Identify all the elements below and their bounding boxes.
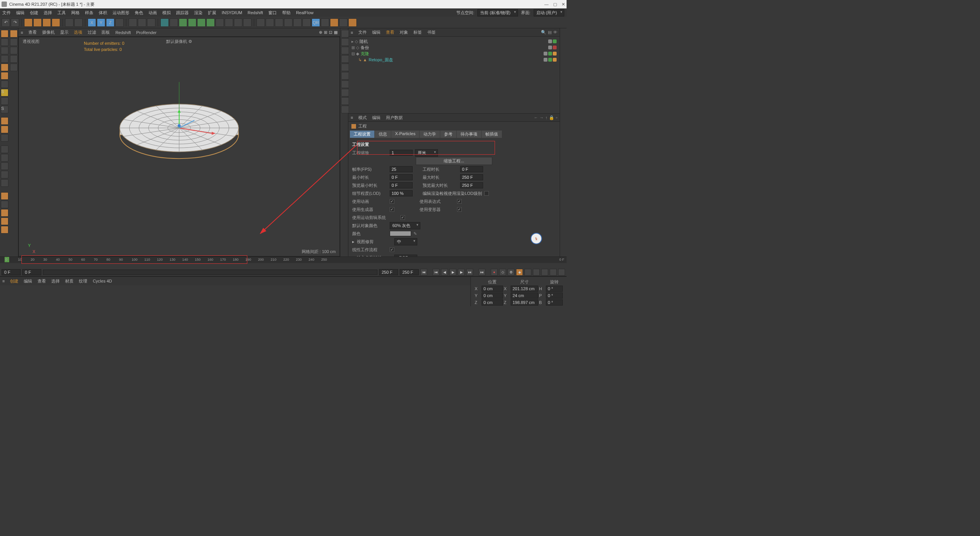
- input-min-time[interactable]: [390, 174, 413, 180]
- size-x[interactable]: [511, 286, 538, 292]
- goto-start-icon[interactable]: ⏮: [420, 269, 427, 276]
- tool-ex-7[interactable]: [321, 18, 329, 27]
- lt2-3[interactable]: [10, 47, 18, 54]
- timeline-scrollbar[interactable]: [43, 270, 377, 275]
- mat-tab-texture[interactable]: 纹理: [79, 278, 87, 284]
- generator-cloner-icon[interactable]: [206, 18, 215, 27]
- mat-tab-cycles[interactable]: Cycles 4D: [93, 279, 112, 283]
- snap-icon[interactable]: [1, 97, 8, 105]
- menu-mograph[interactable]: 运动图形: [113, 10, 129, 16]
- extra-tool-2[interactable]: [1, 154, 8, 162]
- attr-up-icon[interactable]: ↑: [546, 115, 548, 120]
- tool-ex-10[interactable]: [348, 18, 357, 27]
- attr-tab-info[interactable]: 信息: [375, 131, 391, 138]
- object-mode-icon[interactable]: [1, 47, 8, 54]
- check-use-gen[interactable]: ✓: [390, 207, 394, 212]
- key-pla-icon[interactable]: [558, 269, 565, 276]
- mat-tab-create[interactable]: 创建: [10, 278, 18, 284]
- tool-ex-5[interactable]: [293, 18, 302, 27]
- quick-render-icon[interactable]: QR: [312, 18, 320, 27]
- input-max-time[interactable]: [460, 174, 483, 180]
- dropdown-def-color[interactable]: 60% 灰色: [390, 222, 420, 229]
- rd-8[interactable]: [341, 89, 349, 96]
- attr-menu-mode[interactable]: 模式: [358, 115, 367, 121]
- vp-nav-icon-2[interactable]: ⊞: [324, 30, 327, 35]
- key-scale-icon[interactable]: [533, 269, 540, 276]
- vp-grip-icon[interactable]: ≡: [21, 30, 23, 35]
- vp-nav-icon-4[interactable]: ▦: [334, 30, 338, 35]
- rd-5[interactable]: [341, 64, 349, 71]
- key-rot-icon[interactable]: [541, 269, 548, 276]
- lt2-5[interactable]: [10, 64, 18, 71]
- extra-tool-7[interactable]: [1, 201, 8, 208]
- rotate-tool-icon[interactable]: [52, 18, 60, 27]
- tool-ex-3[interactable]: [275, 18, 283, 27]
- rd-3[interactable]: [341, 47, 349, 54]
- size-y[interactable]: [511, 293, 538, 299]
- vp-nav-icon-1[interactable]: ⊕: [319, 30, 322, 35]
- next-key-icon[interactable]: ⏭: [466, 269, 473, 276]
- obj-tab-edit[interactable]: 编辑: [372, 29, 381, 35]
- tool-ex-4[interactable]: [284, 18, 292, 27]
- primitive-cube-icon[interactable]: [160, 18, 169, 27]
- tool-ex-8[interactable]: [330, 18, 338, 27]
- rot-b[interactable]: [546, 299, 563, 306]
- rot-h[interactable]: [546, 286, 563, 292]
- vp-menu-options[interactable]: 选项: [74, 29, 82, 35]
- input-scale[interactable]: [390, 150, 413, 156]
- workplane2-icon[interactable]: [1, 126, 8, 133]
- extra-tool-6[interactable]: [1, 192, 8, 200]
- check-use-expr[interactable]: ✓: [457, 199, 462, 204]
- check-use-motion[interactable]: ✓: [400, 215, 405, 220]
- lt2-1[interactable]: [10, 30, 18, 38]
- model-mode-icon[interactable]: [1, 30, 8, 38]
- keysel-icon[interactable]: ◆: [516, 269, 523, 276]
- undo-button[interactable]: ↶: [2, 18, 10, 27]
- color-swatch[interactable]: [390, 231, 411, 236]
- pos-x[interactable]: [482, 286, 503, 292]
- obj-eye-icon[interactable]: 👁: [553, 30, 557, 35]
- input-lod[interactable]: [390, 190, 413, 196]
- generator-sds-icon[interactable]: [179, 18, 187, 27]
- z-axis-lock[interactable]: Z: [106, 18, 114, 27]
- menu-create[interactable]: 创建: [30, 10, 38, 16]
- tool-ex-6[interactable]: [302, 18, 311, 27]
- timeline-ruler[interactable]: 0102030405060708090100110120130140150160…: [0, 257, 567, 263]
- generator-array-icon[interactable]: [197, 18, 206, 27]
- camera-icon[interactable]: [234, 18, 242, 27]
- live-select-icon[interactable]: [24, 18, 33, 27]
- tool-ex-2[interactable]: [266, 18, 274, 27]
- layout-dropdown[interactable]: 启动 (用户): [534, 9, 564, 16]
- extra-tool-4[interactable]: [1, 171, 8, 178]
- menu-extensions[interactable]: 扩展: [208, 10, 216, 16]
- dropdown-input-cs[interactable]: sRGB: [394, 255, 417, 257]
- vp-nav-icon-3[interactable]: ⊡: [329, 30, 332, 35]
- obj-tab-view[interactable]: 查看: [386, 29, 394, 35]
- next-frame-icon[interactable]: ▶: [458, 269, 465, 276]
- attr-new-icon[interactable]: ▫: [556, 115, 557, 120]
- x-axis-lock[interactable]: X: [88, 18, 96, 27]
- menu-volume[interactable]: 体积: [99, 10, 107, 16]
- uv-poly-icon[interactable]: [1, 80, 8, 88]
- extra-tool-8[interactable]: [1, 209, 8, 217]
- range-end-field-2[interactable]: [400, 269, 419, 275]
- obj-tab-tags[interactable]: 标签: [413, 29, 422, 35]
- extra-tool-3[interactable]: [1, 162, 8, 170]
- attr-lock-icon[interactable]: 🔒: [549, 115, 554, 120]
- input-prev-max[interactable]: [460, 182, 483, 188]
- tree-row-random[interactable]: ▸ ◇随机: [351, 38, 557, 44]
- menu-insydium[interactable]: INSYDIUM: [222, 10, 242, 15]
- enable-axis-icon[interactable]: S: [1, 89, 8, 96]
- object-tree[interactable]: ▸ ◇随机 ⊞ ◇备份 ⊟ ◆克隆 ↳ ▲Retopo_圆盘: [348, 37, 560, 113]
- extra-tool-5[interactable]: [1, 179, 8, 187]
- environment-icon[interactable]: [225, 18, 233, 27]
- mat-tab-edit[interactable]: 编辑: [24, 278, 32, 284]
- color-picker-icon[interactable]: ✎: [413, 231, 417, 236]
- mat-tab-view[interactable]: 查看: [38, 278, 46, 284]
- attr-menu-edit[interactable]: 编辑: [372, 115, 381, 121]
- attr-fwd-icon[interactable]: →: [540, 115, 544, 120]
- render-region-icon[interactable]: [138, 18, 146, 27]
- vp-menu-redshift[interactable]: Redshift: [115, 30, 131, 35]
- key-param-icon[interactable]: [550, 269, 557, 276]
- window-maximize[interactable]: ▢: [553, 2, 557, 7]
